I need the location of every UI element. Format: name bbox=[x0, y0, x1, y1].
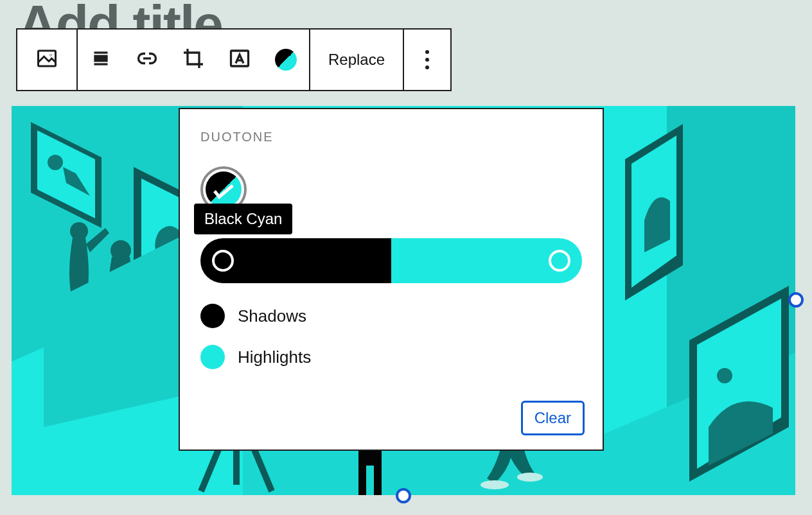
preset-tooltip: Black Cyan bbox=[194, 204, 292, 234]
text-overlay-button[interactable] bbox=[216, 30, 263, 90]
replace-group: Replace bbox=[310, 30, 404, 90]
shadows-color-option[interactable]: Shadows bbox=[200, 304, 582, 328]
crop-button[interactable] bbox=[170, 30, 216, 90]
popover-title: DUOTONE bbox=[200, 130, 582, 144]
image-icon bbox=[35, 47, 58, 73]
duotone-gradient-bar[interactable] bbox=[200, 238, 582, 283]
formatting-group bbox=[78, 30, 310, 90]
svg-point-26 bbox=[517, 473, 543, 482]
kebab-icon bbox=[425, 50, 429, 69]
text-overlay-icon bbox=[228, 47, 251, 73]
duotone-popover: DUOTONE Black Cyan Shadows Highlights Cl… bbox=[179, 108, 604, 451]
preset-swatch-row: Black Cyan bbox=[200, 166, 582, 213]
resize-handle-right[interactable] bbox=[788, 292, 804, 308]
clear-button[interactable]: Clear bbox=[521, 401, 585, 435]
gradient-stop-shadows[interactable] bbox=[212, 250, 234, 272]
highlights-color-option[interactable]: Highlights bbox=[200, 345, 582, 369]
block-type-group bbox=[17, 30, 78, 90]
svg-point-31 bbox=[717, 368, 732, 383]
block-type-image-button[interactable] bbox=[17, 30, 76, 90]
link-button[interactable] bbox=[124, 30, 170, 90]
duotone-swatch-icon bbox=[206, 171, 242, 207]
link-icon bbox=[136, 47, 159, 73]
block-toolbar: Replace bbox=[16, 28, 452, 91]
more-options-button[interactable] bbox=[404, 30, 450, 90]
svg-point-15 bbox=[48, 155, 63, 170]
svg-point-19 bbox=[70, 222, 88, 240]
gradient-stop-highlights[interactable] bbox=[549, 250, 570, 272]
more-group bbox=[404, 30, 450, 90]
svg-point-25 bbox=[481, 480, 509, 489]
replace-button[interactable]: Replace bbox=[310, 30, 403, 90]
popover-footer: Clear bbox=[521, 401, 585, 435]
checkmark-icon bbox=[213, 180, 234, 199]
align-icon bbox=[89, 47, 112, 73]
shadows-color-swatch bbox=[200, 304, 225, 328]
crop-icon bbox=[182, 47, 205, 73]
align-button[interactable] bbox=[78, 30, 124, 90]
highlights-label: Highlights bbox=[238, 347, 311, 367]
duotone-button[interactable] bbox=[263, 30, 309, 90]
resize-handle-bottom[interactable] bbox=[396, 488, 411, 503]
shadows-label: Shadows bbox=[238, 306, 306, 326]
duotone-icon bbox=[275, 49, 297, 71]
highlights-color-swatch bbox=[200, 345, 225, 369]
svg-rect-3 bbox=[95, 56, 107, 61]
svg-point-1 bbox=[51, 55, 51, 55]
